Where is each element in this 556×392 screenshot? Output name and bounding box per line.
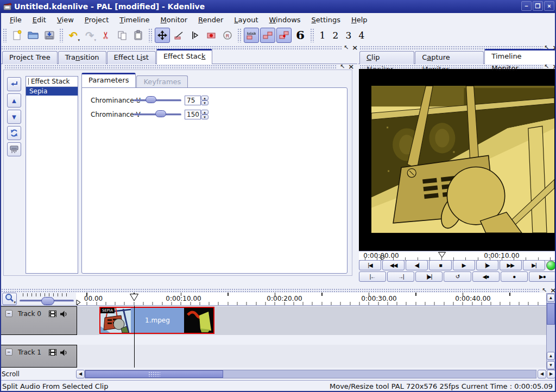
menu-edit[interactable]: Edit [28, 15, 50, 25]
menu-timeline[interactable]: Timeline [115, 15, 154, 25]
track-0-lane[interactable] [0, 306, 546, 335]
timeline-clip[interactable]: SEPIA 1.mpeg [99, 307, 214, 334]
tab-effect-list[interactable]: Effect List [107, 51, 156, 64]
snap-clips-button[interactable] [260, 28, 275, 43]
undock-icon[interactable]: ↖ [340, 63, 345, 70]
layout-1-button[interactable]: 1 [316, 28, 329, 43]
close-panel-icon[interactable]: × [348, 64, 354, 69]
timeline-playhead-icon[interactable] [130, 294, 138, 301]
layout-3-button[interactable]: 3 [342, 28, 355, 43]
slider-handle[interactable] [155, 110, 166, 117]
close-panel-icon[interactable]: × [352, 45, 358, 50]
marker-tool-button[interactable] [204, 28, 219, 43]
menu-windows[interactable]: Windows [265, 15, 305, 25]
layout-4-button[interactable]: 4 [355, 28, 368, 43]
next-marker-button[interactable]: ▶● [529, 271, 556, 282]
scroll-down-icon[interactable]: ▼ [547, 361, 555, 369]
scroll-left-icon[interactable]: ◀ [76, 370, 85, 378]
snap-ruler-button[interactable] [244, 28, 259, 43]
menu-file[interactable]: File [5, 15, 26, 25]
menu-settings[interactable]: Settings [307, 15, 345, 25]
tab-keyframes[interactable]: Keyframes [136, 75, 188, 87]
vscroll-thumb[interactable] [547, 303, 555, 325]
spin-down-icon[interactable]: ▼ [201, 100, 208, 105]
undock-icon[interactable]: ↖ [544, 63, 549, 70]
spin-value[interactable]: 75 [185, 96, 201, 105]
menu-monitor[interactable]: Monitor [156, 15, 192, 25]
move-effect-down-button[interactable]: ▼ [7, 110, 21, 124]
copy-button[interactable] [115, 28, 130, 43]
tab-project-tree[interactable]: Project Tree [2, 51, 58, 64]
snap-markers-button[interactable] [276, 28, 292, 43]
zone-end-button[interactable]: →| [387, 271, 414, 282]
undock-icon[interactable]: ↖ [544, 44, 549, 51]
add-marker-button[interactable]: ● [501, 271, 528, 282]
timeline-ruler[interactable]: 00.00 0:00:10.00 0:00:20.00 0:00:30.00 0… [76, 293, 546, 306]
slider-handle[interactable] [41, 297, 54, 305]
spacer-tool-button[interactable] [187, 28, 203, 43]
save-button[interactable] [42, 28, 57, 43]
timeline-zoom-button[interactable]: ▾ [2, 293, 17, 305]
audio-track-icon[interactable] [60, 349, 68, 356]
tab-capture-monitor[interactable]: Capture Monitor [415, 51, 484, 64]
maximize-button[interactable]: ❐ [533, 1, 543, 11]
timeline-drag-handle[interactable] [1, 288, 540, 292]
frame-back-button[interactable]: ◀| [406, 260, 428, 270]
record-button[interactable]: R [220, 28, 235, 43]
menu-view[interactable]: View [53, 15, 78, 25]
rewind-button[interactable]: ◀◀ [382, 260, 405, 270]
fast-forward-button[interactable]: ▶▶ [500, 260, 522, 270]
effect-list-header[interactable]: Effect Stack [26, 77, 78, 87]
play-button[interactable]: ▶ [453, 260, 475, 270]
track-1-lane[interactable] [0, 345, 546, 368]
apply-effect-button[interactable] [7, 77, 21, 91]
track-1-header[interactable]: − Track 1 [1, 345, 77, 368]
paste-button[interactable] [131, 28, 146, 43]
redo-button[interactable]: ↷▾ [82, 28, 97, 43]
tab-clip-monitor[interactable]: Clip Monitor [359, 51, 414, 64]
spin-up-icon[interactable]: ▲ [201, 110, 208, 115]
slider-handle[interactable] [146, 96, 156, 103]
timeline-hscrollbar[interactable] [85, 370, 536, 378]
undock-icon[interactable]: ↖ [344, 44, 349, 51]
timeline-vscrollbar[interactable]: ▲ ▲ ▼ [546, 293, 555, 370]
minimize-button[interactable]: − [521, 1, 532, 11]
close-panel-icon[interactable]: × [552, 45, 556, 50]
audio-track-icon[interactable] [60, 311, 68, 318]
scroll-up-icon[interactable]: ▲ [547, 352, 555, 360]
loop-zone-button[interactable]: ↺ [444, 271, 471, 282]
video-track-icon[interactable] [49, 311, 56, 317]
menu-project[interactable]: Project [80, 15, 113, 25]
menu-render[interactable]: Render [194, 15, 228, 25]
frame-forward-button[interactable]: |▶ [476, 260, 498, 270]
move-tool-button[interactable] [155, 28, 170, 43]
close-panel-icon[interactable]: × [550, 288, 556, 293]
tab-timeline-monitor[interactable]: Timeline Monitor [484, 49, 555, 64]
monitor-ruler[interactable]: 0:00:00.00 0:00:10.00 [359, 251, 556, 261]
video-track-icon[interactable] [49, 349, 56, 356]
go-to-start-button[interactable]: |◀ [359, 260, 381, 270]
effect-stack-drag-handle[interactable] [4, 65, 337, 68]
scroll-right-icon[interactable]: ▶ [547, 370, 555, 378]
effect-item-sepia[interactable]: Sepia [26, 87, 78, 96]
hscroll-thumb[interactable] [85, 370, 223, 378]
chrominance-u-slider[interactable] [134, 96, 181, 104]
scroll-left-icon[interactable]: ◀ [538, 370, 546, 378]
multitrack-view-button[interactable]: 6 [293, 28, 308, 43]
menu-help[interactable]: Help [347, 15, 372, 25]
track-0-header[interactable]: − Track 0 [1, 306, 77, 335]
undock-icon[interactable]: ↖ [542, 287, 547, 294]
play-zone-button[interactable]: |▶| [415, 271, 443, 282]
collapse-track-icon[interactable]: − [5, 310, 12, 317]
tab-transition[interactable]: Transition [58, 51, 106, 64]
spin-value[interactable]: 150 [185, 110, 201, 119]
layout-2-button[interactable]: 2 [329, 28, 342, 43]
open-file-button[interactable] [26, 28, 41, 43]
tab-effect-stack[interactable]: Effect Stack [156, 49, 213, 64]
reset-effect-button[interactable] [7, 126, 21, 140]
title-bar[interactable]: Untitled.kdenlive - PAL [modified] - Kde… [0, 0, 556, 13]
razor-tool-button[interactable] [171, 28, 186, 43]
spin-down-icon[interactable]: ▼ [201, 115, 208, 119]
close-button[interactable]: × [544, 1, 554, 11]
chrominance-v-slider[interactable] [134, 110, 181, 118]
